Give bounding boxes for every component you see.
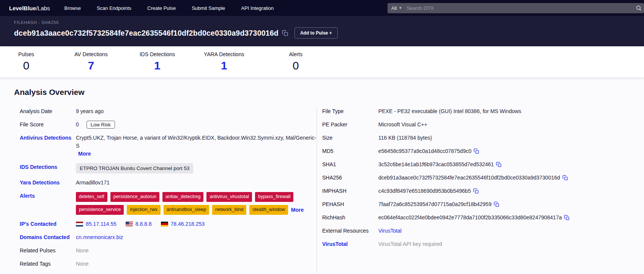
- ip-item: 8.8.8.8: [126, 220, 152, 228]
- ip-item: 85.17.114.55: [76, 220, 117, 228]
- alert-badge[interactable]: bypass_firewall: [255, 192, 293, 202]
- nav-item-api-integration[interactable]: API Integration: [241, 5, 274, 11]
- row-pehash: PEHASH 7faaf72a6c852539547d07715a0a29cf1…: [322, 200, 644, 208]
- analysis-overview-section: Analysis Overview Analysis Date 9 years …: [0, 78, 644, 274]
- copy-icon[interactable]: [473, 188, 479, 194]
- germany-flag-icon: [161, 222, 168, 227]
- alert-badge[interactable]: persistence_autorun: [110, 192, 159, 202]
- copy-icon[interactable]: [494, 202, 499, 207]
- alert-badge[interactable]: stealth_window: [249, 205, 288, 215]
- imphash-value: c4c93df8497e6518690d953b0b5496b5: [378, 187, 471, 195]
- main-nav: Browse Scan Endpoints Create Pulse Submi…: [65, 5, 274, 11]
- alert-badge[interactable]: antivirus_virustotal: [206, 192, 252, 202]
- search-filter-dropdown[interactable]: All ▼: [391, 5, 406, 11]
- virustotal-link[interactable]: VirusTotal: [378, 227, 402, 235]
- nav-item-create-pulse[interactable]: Create Pulse: [147, 5, 176, 11]
- antivirus-detections-list: Crypt5.UKZ, Trojan Horse, a variant of W…: [76, 134, 316, 150]
- stat-alerts: Alerts 0: [289, 51, 302, 72]
- row-imphash: IMPHASH c4c93df8497e6518690d953b0b5496b5: [322, 187, 644, 195]
- logo-prefix: LevelBlue: [9, 5, 36, 11]
- row-sha256: SHA256 dceb91a3aace0c732f5732584fe7eac26…: [322, 174, 644, 182]
- related-pulses-value: None: [76, 247, 88, 255]
- ip-link[interactable]: 78.46.218.253: [171, 220, 205, 228]
- row-label: SHA256: [322, 174, 378, 182]
- nav-item-browse[interactable]: Browse: [65, 5, 81, 11]
- analysis-date-value: 9 years ago: [76, 107, 104, 115]
- row-file-type: File Type PEXE - PE32 executable (GUI) I…: [322, 107, 644, 115]
- alert-badge[interactable]: network_bind: [212, 205, 246, 215]
- row-label: IMPHASH: [322, 187, 378, 195]
- sha256-value: dceb91a3aace0c732f5732584fe7eac2635546f1…: [378, 174, 560, 182]
- yara-detections-link[interactable]: Yara Detections: [20, 179, 76, 187]
- row-ips-contacted: IP's Contacted 85.17.114.55 8.8.8.8 78.4…: [20, 220, 316, 228]
- antivirus-detections-link[interactable]: Antivirus Detections: [20, 134, 76, 142]
- row-external-resources: External Resources VirusTotal: [322, 227, 644, 235]
- virustotal-status: VirusTotal API key required: [378, 240, 442, 248]
- levelblue-logo[interactable]: LevelBlue/Labs: [9, 5, 50, 11]
- stat-pulses: Pulses 0: [18, 51, 34, 72]
- file-type-value: PEXE - PE32 executable (GUI) Intel 80386…: [378, 107, 521, 115]
- alert-badge[interactable]: persistence_service: [76, 205, 124, 215]
- search-input[interactable]: [406, 5, 636, 11]
- row-label: RichHash: [322, 214, 378, 222]
- page-title: Analysis Overview: [14, 88, 644, 97]
- antivirus-more-link[interactable]: More: [78, 150, 91, 158]
- row-size: Size 116 KB (118784 bytes): [322, 134, 644, 142]
- virustotal-section-link[interactable]: VirusTotal: [322, 240, 378, 248]
- row-related-tags: Related Tags None: [20, 260, 316, 268]
- richhash-value: ec064ef4acc022f4e0bdee0942e7778da7100f2b…: [378, 214, 562, 222]
- nav-item-submit-sample[interactable]: Submit Sample: [192, 5, 225, 11]
- ip-link[interactable]: 85.17.114.55: [86, 220, 117, 228]
- row-ids-detections: IDS Detections ETPRO TROJAN Bunitu Cover…: [20, 163, 316, 173]
- size-value: 116 KB (118784 bytes): [378, 134, 432, 142]
- ip-link[interactable]: 8.8.8.8: [135, 220, 152, 228]
- stat-label: Pulses: [18, 51, 34, 57]
- row-label: PE Packer: [322, 121, 378, 129]
- indicator-hash-title: dceb91a3aace0c732f5732584fe7eac2635546f1…: [14, 29, 279, 38]
- row-analysis-date: Analysis Date 9 years ago: [20, 107, 316, 115]
- alerts-link[interactable]: Alerts: [20, 192, 76, 200]
- stat-value: 0: [289, 59, 302, 72]
- row-label: File Type: [322, 107, 378, 115]
- row-label: File Score: [20, 121, 76, 129]
- stats-bar: Pulses 0 AV Detections 7 IDS Detections …: [0, 46, 644, 78]
- row-related-pulses: Related Pulses None: [20, 247, 316, 255]
- copy-icon[interactable]: [564, 215, 570, 220]
- ids-detections-link[interactable]: IDS Detections: [20, 163, 76, 171]
- indicator-type-label: FILEHASH - SHA256: [14, 20, 644, 25]
- row-label: Size: [322, 134, 378, 142]
- nav-item-scan-endpoints[interactable]: Scan Endpoints: [97, 5, 131, 11]
- add-to-pulse-button[interactable]: Add to Pulse +: [294, 27, 338, 39]
- row-label: Related Pulses: [20, 247, 76, 255]
- copy-icon[interactable]: [282, 30, 288, 36]
- row-virustotal: VirusTotal VirusTotal API key required: [322, 240, 644, 248]
- row-alerts: Alerts deletes_self persistence_autorun …: [20, 192, 316, 215]
- search-bar[interactable]: All ▼: [387, 3, 644, 13]
- copy-icon[interactable]: [496, 162, 502, 167]
- md5-value: e56458c95377a9c0a1d48cc07875d9c0: [378, 147, 471, 155]
- search-filter-label: All: [391, 5, 397, 11]
- row-label: SHA1: [322, 161, 378, 168]
- row-antivirus-detections: Antivirus Detections Crypt5.UKZ, Trojan …: [20, 134, 316, 158]
- indicator-header: FILEHASH - SHA256 dceb91a3aace0c732f5732…: [0, 16, 644, 46]
- row-yara-detections: Yara Detections Armadillov171: [20, 179, 316, 187]
- analysis-right-column: File Type PEXE - PE32 executable (GUI) I…: [316, 107, 644, 273]
- copy-icon[interactable]: [474, 148, 479, 154]
- search-icon[interactable]: [636, 5, 642, 11]
- stat-value: 1: [204, 59, 244, 72]
- alerts-more-link[interactable]: More: [291, 206, 304, 214]
- row-label: Analysis Date: [20, 107, 76, 115]
- alert-badge[interactable]: injection_rwx: [127, 205, 160, 215]
- sha1-value: 3c52c6be14e1ab1f6b973cac053855d7ed532461: [378, 161, 494, 168]
- copy-icon[interactable]: [562, 175, 568, 181]
- alert-badge[interactable]: antiav_detectreg: [162, 192, 203, 202]
- domain-link[interactable]: cn.mnemonicarx.biz: [76, 233, 123, 241]
- stat-label: YARA Detections: [204, 51, 244, 57]
- alert-badge[interactable]: antisandbox_sleep: [164, 205, 209, 215]
- alert-badge[interactable]: deletes_self: [76, 192, 107, 202]
- ips-contacted-link[interactable]: IP's Contacted: [20, 220, 76, 228]
- stat-value: 0: [18, 59, 34, 72]
- row-domains-contacted: Domains Contacted cn.mnemonicarx.biz: [20, 233, 316, 241]
- stat-label: AV Detections: [74, 51, 108, 57]
- domains-contacted-link[interactable]: Domains Contacted: [20, 233, 76, 241]
